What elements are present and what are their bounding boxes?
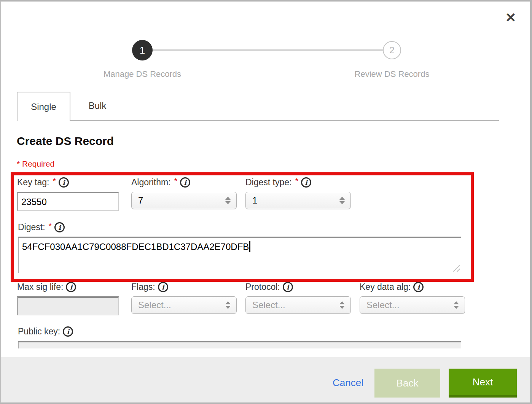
create-ds-record-modal: ✕ 1 2 Manage DS Records Review DS Record… bbox=[0, 0, 532, 404]
stepper-step-2-label: Review DS Records bbox=[331, 69, 453, 79]
key-tag-label: Key tag: * i bbox=[17, 177, 119, 188]
digest-textarea[interactable]: 54FCF030AA1C79C0088FDEC1BD1C37DAA2E70DFB bbox=[18, 237, 461, 273]
public-key-label: Public key: i bbox=[18, 326, 461, 337]
tab-single[interactable]: Single bbox=[17, 92, 70, 121]
key-data-alg-field-group: Key data alg: i Select... bbox=[360, 282, 465, 314]
key-data-alg-label-text: Key data alg: bbox=[360, 282, 411, 292]
digest-type-label: Digest type: * i bbox=[245, 177, 351, 188]
flags-field-group: Flags: i Select... bbox=[131, 282, 237, 314]
tab-bulk[interactable]: Bulk bbox=[70, 92, 124, 120]
max-sig-life-label: Max sig life: i bbox=[17, 282, 119, 292]
required-asterisk: * bbox=[49, 221, 52, 231]
digest-type-label-text: Digest type: bbox=[245, 177, 291, 188]
select-arrows-icon bbox=[454, 301, 459, 309]
digest-type-field-group: Digest type: * i 1 bbox=[245, 177, 351, 209]
info-icon[interactable]: i bbox=[283, 282, 293, 292]
required-asterisk: * bbox=[295, 176, 298, 186]
public-key-field-group: Public key: i bbox=[18, 326, 461, 348]
select-arrows-icon bbox=[225, 197, 231, 204]
select-arrows-icon bbox=[225, 301, 231, 309]
max-sig-life-label-text: Max sig life: bbox=[17, 282, 63, 292]
protocol-select-value: Select... bbox=[252, 300, 285, 310]
flags-select-value: Select... bbox=[138, 300, 171, 310]
digest-label: Digest: * i bbox=[18, 222, 461, 232]
digest-value: 54FCF030AA1C79C0088FDEC1BD1C37DAA2E70DFB bbox=[22, 242, 249, 252]
required-asterisk: * bbox=[174, 176, 178, 186]
select-arrows-icon bbox=[339, 197, 345, 204]
text-cursor bbox=[249, 241, 250, 252]
flags-label: Flags: i bbox=[131, 282, 237, 292]
info-icon[interactable]: i bbox=[158, 282, 168, 292]
protocol-field-group: Protocol: i Select... bbox=[245, 282, 351, 314]
info-icon[interactable]: i bbox=[413, 282, 424, 292]
algorithm-label-text: Algorithm: bbox=[131, 177, 171, 188]
tab-underline bbox=[17, 120, 499, 121]
info-icon[interactable]: i bbox=[66, 282, 76, 292]
protocol-label-text: Protocol: bbox=[245, 282, 280, 292]
public-key-textarea[interactable] bbox=[18, 341, 461, 348]
info-icon[interactable]: i bbox=[180, 177, 190, 188]
modal-footer: Cancel Back Next bbox=[1, 357, 530, 402]
stepper-step-1-label: Manage DS Records bbox=[81, 69, 203, 79]
required-note: * Required bbox=[17, 159, 54, 169]
stepper-step-2-circle: 2 bbox=[383, 41, 401, 59]
resize-handle[interactable] bbox=[452, 264, 460, 272]
stepper-connector-line bbox=[142, 49, 392, 51]
page-title: Create DS Record bbox=[17, 135, 114, 148]
key-data-alg-select-value: Select... bbox=[366, 300, 400, 310]
info-icon[interactable]: i bbox=[301, 177, 311, 188]
required-asterisk: * bbox=[53, 176, 56, 186]
back-button[interactable]: Back bbox=[374, 369, 440, 398]
close-icon[interactable]: ✕ bbox=[502, 9, 519, 26]
algorithm-field-group: Algorithm: * i 7 bbox=[131, 177, 237, 209]
digest-field-group: Digest: * i 54FCF030AA1C79C0088FDEC1BD1C… bbox=[18, 222, 461, 273]
algorithm-select[interactable]: 7 bbox=[131, 192, 237, 209]
max-sig-life-field-group: Max sig life: i bbox=[17, 282, 119, 315]
key-data-alg-label: Key data alg: i bbox=[360, 282, 465, 292]
protocol-label: Protocol: i bbox=[245, 282, 351, 292]
flags-select[interactable]: Select... bbox=[131, 296, 237, 314]
public-key-label-text: Public key: bbox=[18, 326, 60, 337]
next-button[interactable]: Next bbox=[449, 369, 517, 398]
protocol-select[interactable]: Select... bbox=[245, 296, 351, 314]
key-tag-label-text: Key tag: bbox=[17, 177, 49, 188]
digest-type-select[interactable]: 1 bbox=[245, 192, 351, 209]
algorithm-select-value: 7 bbox=[138, 195, 143, 206]
key-data-alg-select[interactable]: Select... bbox=[360, 296, 465, 314]
algorithm-label: Algorithm: * i bbox=[131, 177, 237, 188]
key-tag-input[interactable] bbox=[17, 192, 119, 211]
select-arrows-icon bbox=[339, 301, 345, 309]
key-tag-field-group: Key tag: * i bbox=[17, 177, 119, 211]
max-sig-life-input[interactable] bbox=[17, 296, 119, 315]
info-icon[interactable]: i bbox=[59, 177, 69, 188]
info-icon[interactable]: i bbox=[54, 222, 65, 232]
digest-label-text: Digest: bbox=[18, 222, 45, 232]
stepper-step-1-circle: 1 bbox=[132, 40, 153, 60]
digest-type-select-value: 1 bbox=[252, 195, 257, 206]
cancel-link[interactable]: Cancel bbox=[333, 377, 363, 389]
info-icon[interactable]: i bbox=[63, 326, 73, 337]
flags-label-text: Flags: bbox=[131, 282, 155, 292]
